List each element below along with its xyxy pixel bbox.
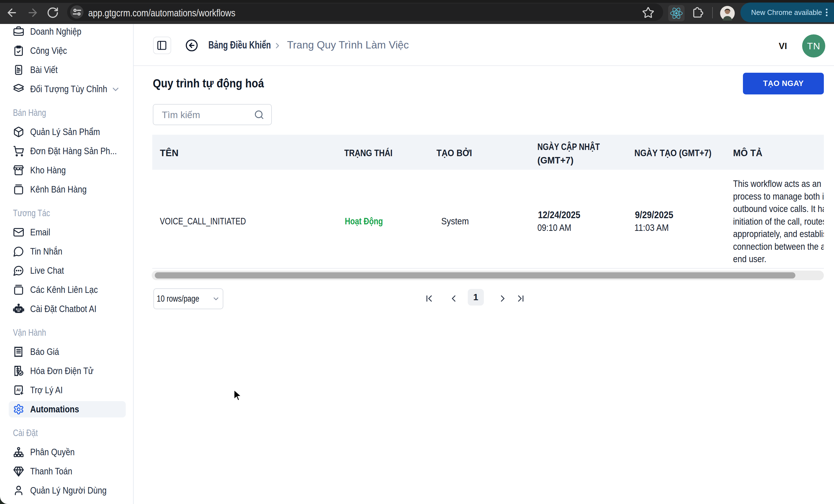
svg-text:AI: AI xyxy=(16,387,21,392)
